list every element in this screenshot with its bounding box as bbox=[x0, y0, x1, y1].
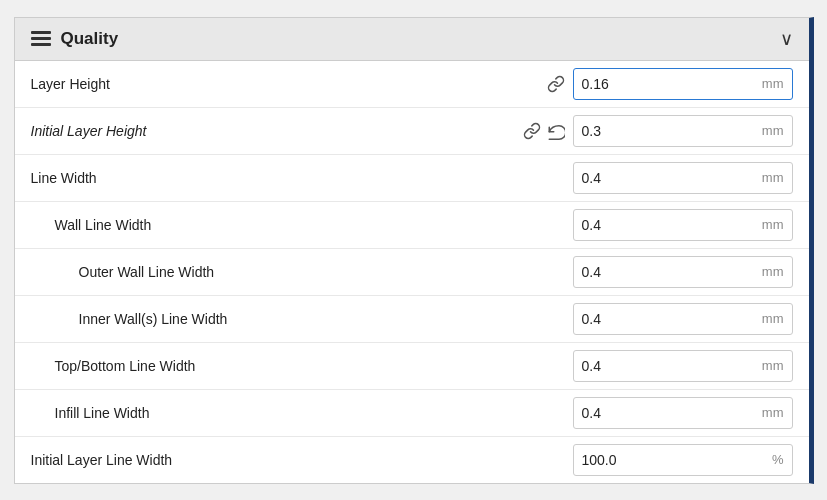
row-outer-wall-line-width: Outer Wall Line Widthmm bbox=[15, 249, 809, 296]
label-initial-layer-line-width: Initial Layer Line Width bbox=[31, 452, 573, 468]
unit-initial-layer-height: mm bbox=[762, 123, 792, 138]
label-outer-wall-line-width: Outer Wall Line Width bbox=[31, 264, 573, 280]
input-container-outer-wall-line-width: mm bbox=[573, 256, 793, 288]
label-layer-height: Layer Height bbox=[31, 76, 547, 92]
row-line-width: Line Widthmm bbox=[15, 155, 809, 202]
link-icon[interactable] bbox=[523, 122, 541, 140]
unit-wall-line-width: mm bbox=[762, 217, 792, 232]
input-container-layer-height: mm bbox=[573, 68, 793, 100]
input-container-infill-line-width: mm bbox=[573, 397, 793, 429]
panel-title: Quality bbox=[61, 29, 119, 49]
quality-panel: Quality ∨ Layer Height mmInitial Layer H… bbox=[14, 17, 814, 484]
settings-rows: Layer Height mmInitial Layer Height mmLi… bbox=[15, 61, 809, 483]
label-initial-layer-height: Initial Layer Height bbox=[31, 123, 523, 139]
input-container-top-bottom-line-width: mm bbox=[573, 350, 793, 382]
row-top-bottom-line-width: Top/Bottom Line Widthmm bbox=[15, 343, 809, 390]
input-top-bottom-line-width[interactable] bbox=[574, 358, 762, 374]
icons-initial-layer-height bbox=[523, 122, 565, 140]
input-initial-layer-height[interactable] bbox=[574, 123, 762, 139]
unit-top-bottom-line-width: mm bbox=[762, 358, 792, 373]
unit-initial-layer-line-width: % bbox=[772, 452, 792, 467]
input-container-inner-wall-line-width: mm bbox=[573, 303, 793, 335]
row-initial-layer-height: Initial Layer Height mm bbox=[15, 108, 809, 155]
input-outer-wall-line-width[interactable] bbox=[574, 264, 762, 280]
input-container-wall-line-width: mm bbox=[573, 209, 793, 241]
unit-infill-line-width: mm bbox=[762, 405, 792, 420]
undo-icon[interactable] bbox=[547, 122, 565, 140]
input-line-width[interactable] bbox=[574, 170, 762, 186]
row-infill-line-width: Infill Line Widthmm bbox=[15, 390, 809, 437]
label-top-bottom-line-width: Top/Bottom Line Width bbox=[31, 358, 573, 374]
menu-icon bbox=[31, 31, 51, 46]
input-container-initial-layer-line-width: % bbox=[573, 444, 793, 476]
label-line-width: Line Width bbox=[31, 170, 573, 186]
row-layer-height: Layer Height mm bbox=[15, 61, 809, 108]
label-inner-wall-line-width: Inner Wall(s) Line Width bbox=[31, 311, 573, 327]
label-wall-line-width: Wall Line Width bbox=[31, 217, 573, 233]
input-initial-layer-line-width[interactable] bbox=[574, 452, 772, 468]
collapse-button[interactable]: ∨ bbox=[780, 28, 793, 50]
unit-line-width: mm bbox=[762, 170, 792, 185]
header-left: Quality bbox=[31, 29, 119, 49]
row-inner-wall-line-width: Inner Wall(s) Line Widthmm bbox=[15, 296, 809, 343]
unit-inner-wall-line-width: mm bbox=[762, 311, 792, 326]
icons-layer-height bbox=[547, 75, 565, 93]
unit-layer-height: mm bbox=[762, 76, 792, 91]
row-wall-line-width: Wall Line Widthmm bbox=[15, 202, 809, 249]
link-icon[interactable] bbox=[547, 75, 565, 93]
row-initial-layer-line-width: Initial Layer Line Width% bbox=[15, 437, 809, 483]
input-container-initial-layer-height: mm bbox=[573, 115, 793, 147]
unit-outer-wall-line-width: mm bbox=[762, 264, 792, 279]
input-container-line-width: mm bbox=[573, 162, 793, 194]
label-infill-line-width: Infill Line Width bbox=[31, 405, 573, 421]
input-inner-wall-line-width[interactable] bbox=[574, 311, 762, 327]
input-infill-line-width[interactable] bbox=[574, 405, 762, 421]
input-layer-height[interactable] bbox=[574, 76, 762, 92]
input-wall-line-width[interactable] bbox=[574, 217, 762, 233]
panel-header: Quality ∨ bbox=[15, 18, 809, 61]
